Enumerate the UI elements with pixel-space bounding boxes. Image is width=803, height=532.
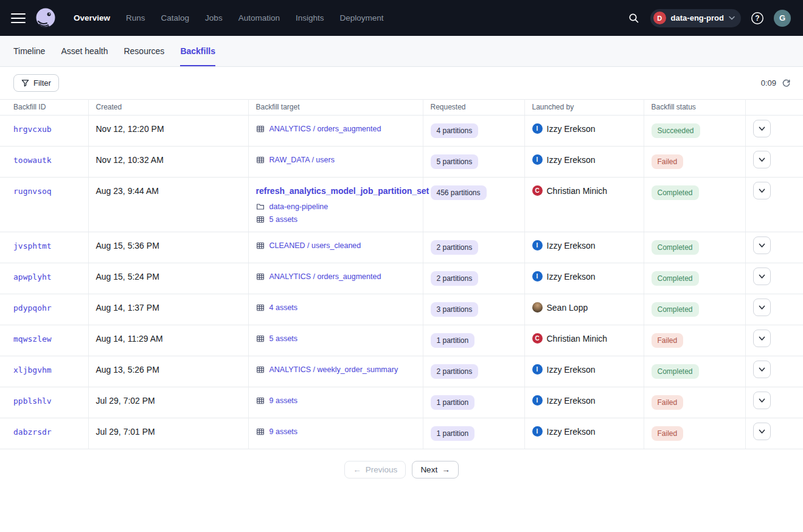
target-link[interactable]: 9 assets: [269, 396, 298, 405]
nav-item-runs[interactable]: Runs: [119, 9, 152, 27]
filter-button[interactable]: Filter: [13, 74, 59, 92]
backfill-id-link[interactable]: dabzrsdr: [13, 427, 52, 437]
top-nav: OverviewRunsCatalogJobsAutomationInsight…: [0, 0, 803, 36]
launched-by-name: Izzy Erekson: [547, 124, 596, 134]
launched-by-cell: IIzzy Erekson: [532, 154, 636, 165]
target-link[interactable]: 4 assets: [269, 303, 298, 312]
row-actions-button[interactable]: [753, 182, 771, 199]
launched-by-name: Christian Minich: [547, 186, 608, 196]
arrow-left-icon: ←: [353, 465, 361, 474]
arrow-right-icon: →: [442, 465, 450, 474]
nav-item-insights[interactable]: Insights: [289, 9, 331, 27]
backfill-status-badge: Succeeded: [652, 123, 700, 138]
nav-item-overview[interactable]: Overview: [67, 9, 117, 27]
nav-item-jobs[interactable]: Jobs: [198, 9, 229, 27]
user-avatar[interactable]: G: [774, 10, 791, 27]
target-line: 4 assets: [256, 303, 415, 312]
nav-item-automation[interactable]: Automation: [232, 9, 287, 27]
svg-text:?: ?: [755, 14, 759, 22]
row-actions-button[interactable]: [753, 361, 771, 378]
asset-grid-icon: [256, 396, 265, 405]
target-link[interactable]: RAW_DATA / users: [269, 156, 335, 164]
backfill-id-link[interactable]: apwplyht: [13, 272, 52, 282]
asset-grid-icon: [256, 125, 265, 133]
deployment-switcher[interactable]: D data-eng-prod: [650, 9, 741, 27]
chevron-down-icon: [759, 336, 765, 341]
requested-partitions-badge: 2 partitions: [431, 271, 479, 286]
row-actions-button[interactable]: [753, 151, 771, 168]
requested-partitions-badge: 1 partition: [431, 426, 475, 441]
backfills-table: Backfill IDCreatedBackfill targetRequest…: [0, 99, 803, 449]
backfill-id-link[interactable]: rugnvsoq: [13, 187, 52, 196]
dagster-logo-icon[interactable]: [34, 7, 57, 30]
requested-partitions-badge: 2 partitions: [431, 364, 479, 379]
table-row: rugnvsoqAug 23, 9:44 AMrefresh_analytics…: [0, 178, 803, 232]
target-link[interactable]: 5 assets: [269, 215, 298, 224]
backfill-id-link[interactable]: xljbgvhm: [13, 365, 52, 375]
next-page-button[interactable]: Next →: [412, 461, 458, 478]
launched-by-name: Izzy Erekson: [547, 396, 596, 406]
launched-by-name: Sean Lopp: [547, 303, 588, 313]
previous-page-button[interactable]: ← Previous: [344, 461, 406, 478]
launched-by-cell: CChristian Minich: [532, 185, 636, 196]
backfill-status-badge: Failed: [652, 395, 684, 410]
row-actions-button[interactable]: [753, 237, 771, 254]
backfill-status-badge: Completed: [652, 302, 699, 317]
backfill-status-badge: Completed: [652, 185, 699, 200]
requested-partitions-badge: 1 partition: [431, 395, 475, 410]
backfill-id-link[interactable]: ppblshlv: [13, 396, 52, 406]
asset-grid-icon: [256, 241, 265, 250]
tab-resources[interactable]: Resources: [123, 36, 164, 66]
column-header: Launched by: [524, 100, 644, 116]
created-timestamp: Nov 12, 12:20 PM: [96, 124, 164, 134]
row-actions-button[interactable]: [753, 268, 771, 285]
chevron-down-icon: [759, 305, 765, 310]
row-actions-button[interactable]: [753, 423, 771, 440]
target-line: 5 assets: [256, 334, 415, 343]
tab-backfills[interactable]: Backfills: [180, 36, 215, 66]
created-timestamp: Jul 29, 7:02 PM: [96, 396, 155, 406]
backfill-id-link[interactable]: jvsphtmt: [13, 241, 52, 250]
tab-timeline[interactable]: Timeline: [13, 36, 45, 66]
target-link[interactable]: ANALYTICS / orders_augmented: [269, 125, 381, 133]
backfill-id-link[interactable]: mqwszlew: [13, 334, 52, 344]
column-header: Backfill ID: [0, 100, 88, 116]
row-actions-button[interactable]: [753, 299, 771, 316]
nav-item-catalog[interactable]: Catalog: [155, 9, 196, 27]
help-icon[interactable]: ?: [748, 9, 766, 27]
tab-asset-health[interactable]: Asset health: [61, 36, 108, 66]
column-header: Backfill target: [248, 100, 423, 116]
target-line: ANALYTICS / weekly_order_summary: [256, 365, 415, 374]
row-actions-button[interactable]: [753, 330, 771, 347]
table-row: apwplyhtAug 15, 5:24 PMANALYTICS / order…: [0, 263, 803, 294]
row-actions-button[interactable]: [753, 120, 771, 137]
launched-by-name: Christian Minich: [547, 334, 608, 344]
job-partition-set-link[interactable]: refresh_analytics_model_job_partition_se…: [256, 186, 429, 196]
launched-by-name: Izzy Erekson: [547, 427, 596, 437]
row-actions-button[interactable]: [753, 392, 771, 409]
chevron-down-icon: [759, 429, 765, 434]
launched-by-cell: IIzzy Erekson: [532, 395, 636, 406]
backfill-status-badge: Failed: [652, 426, 684, 441]
user-avatar: C: [532, 185, 543, 196]
refresh-icon[interactable]: [782, 78, 791, 88]
nav-item-deployment[interactable]: Deployment: [333, 9, 390, 27]
menu-icon[interactable]: [11, 13, 26, 23]
backfill-id-link[interactable]: pdypqohr: [13, 303, 52, 313]
filter-icon: [21, 79, 29, 87]
target-link[interactable]: 5 assets: [269, 334, 298, 343]
target-link[interactable]: ANALYTICS / orders_augmented: [269, 272, 381, 281]
table-row: toowautkNov 12, 10:32 AMRAW_DATA / users…: [0, 147, 803, 178]
target-link[interactable]: ANALYTICS / weekly_order_summary: [269, 365, 398, 374]
backfill-id-link[interactable]: toowautk: [13, 156, 52, 165]
primary-nav: OverviewRunsCatalogJobsAutomationInsight…: [67, 9, 391, 27]
user-avatar: I: [532, 123, 543, 134]
created-timestamp: Aug 15, 5:24 PM: [96, 272, 159, 282]
refresh-countdown: 0:09: [761, 78, 776, 88]
asset-grid-icon: [256, 365, 265, 374]
search-icon[interactable]: [625, 9, 643, 27]
backfill-id-link[interactable]: hrgvcxub: [13, 125, 52, 134]
target-link[interactable]: CLEANED / users_cleaned: [269, 241, 361, 250]
target-link[interactable]: 9 assets: [269, 427, 298, 436]
target-link[interactable]: data-eng-pipeline: [269, 202, 328, 211]
